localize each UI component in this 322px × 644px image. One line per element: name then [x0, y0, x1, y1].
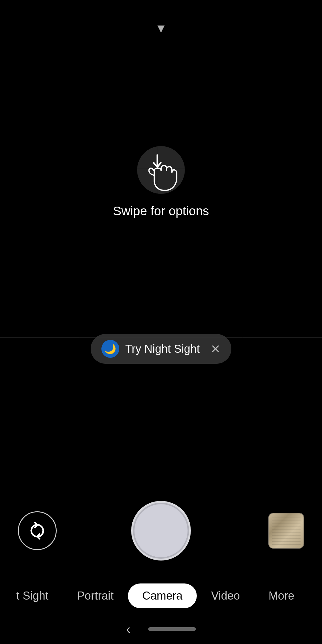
home-indicator[interactable] [148, 627, 196, 631]
tab-more[interactable]: More [254, 583, 309, 608]
camera-mode-tabs: t Sight Portrait Camera Video More [0, 583, 322, 608]
night-sight-label: Try Night Sight [125, 343, 200, 355]
tab-video[interactable]: Video [197, 583, 254, 608]
night-sight-close-button[interactable]: ✕ [210, 342, 221, 356]
swipe-gesture-icon [134, 143, 188, 197]
swipe-down-hand-svg [146, 154, 182, 193]
back-button[interactable]: ‹ [126, 622, 131, 637]
swipe-hint-text: Swipe for options [113, 204, 209, 218]
last-photo-preview [269, 513, 304, 548]
night-sight-moon-icon: 🌙 [101, 340, 119, 358]
tab-portrait[interactable]: Portrait [63, 583, 128, 608]
camera-controls [0, 501, 322, 561]
viewfinder[interactable]: ▾ [0, 0, 322, 507]
flip-camera-button[interactable] [18, 511, 57, 550]
tab-camera[interactable]: Camera [128, 583, 197, 608]
shutter-button[interactable] [131, 501, 191, 561]
camera-app: ▾ [0, 0, 322, 644]
tab-night-sight[interactable]: t Sight [13, 583, 63, 608]
night-sight-toast[interactable]: 🌙 Try Night Sight ✕ [91, 334, 231, 364]
navigation-bar: ‹ [0, 614, 322, 644]
grid-overlay [0, 0, 322, 507]
gallery-thumbnail-button[interactable] [268, 513, 304, 549]
swipe-hint-overlay: Swipe for options [113, 143, 209, 218]
flip-camera-icon [27, 520, 48, 541]
shutter-inner [134, 504, 188, 557]
collapse-chevron-icon[interactable]: ▾ [157, 21, 165, 35]
